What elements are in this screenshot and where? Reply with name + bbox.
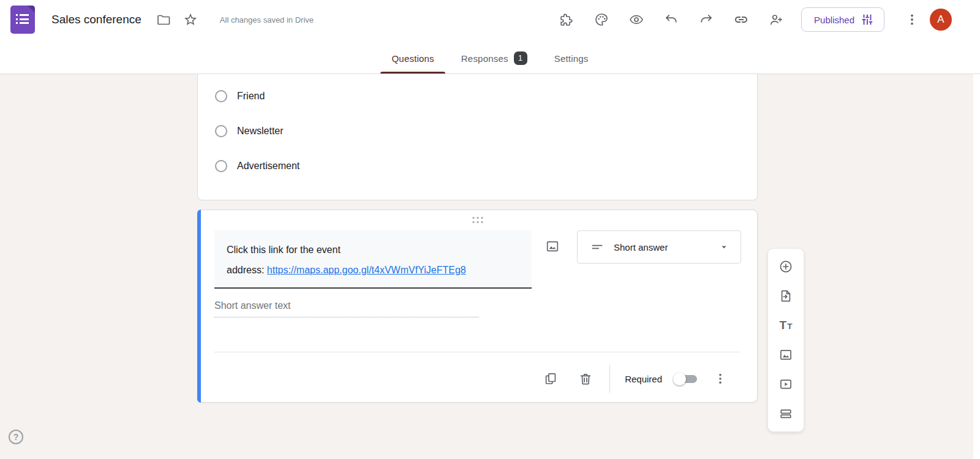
palette-icon <box>594 12 609 27</box>
selected-indicator-bar <box>197 210 201 403</box>
duplicate-icon <box>543 371 558 386</box>
question-card-options[interactable]: Friend Newsletter Advertisement <box>197 74 758 200</box>
kebab-menu-icon <box>905 12 919 27</box>
add-title-icon: TT <box>780 319 793 332</box>
logo-fold <box>28 6 35 13</box>
copy-responder-link-button[interactable] <box>734 12 748 27</box>
preview-eye-icon <box>629 12 644 27</box>
add-ons-button[interactable] <box>559 12 574 27</box>
customize-theme-button[interactable] <box>594 12 609 27</box>
logo-list-glyph <box>16 14 29 26</box>
question-title-line2-prefix: address: <box>227 265 267 275</box>
add-title-button[interactable]: TT <box>768 311 804 340</box>
duplicate-question-button[interactable] <box>543 371 558 386</box>
chevron-down-icon <box>718 241 729 252</box>
radio-icon[interactable] <box>215 160 227 172</box>
tab-questions-label: Questions <box>391 53 434 64</box>
published-label: Published <box>814 15 854 25</box>
option-row: Friend <box>215 88 265 104</box>
tab-responses[interactable]: Responses 1 <box>450 43 538 74</box>
option-row: Newsletter <box>215 123 284 139</box>
redo-icon <box>699 12 714 27</box>
delete-question-button[interactable] <box>578 371 593 386</box>
add-video-icon <box>778 377 793 392</box>
form-title[interactable]: Sales conference <box>51 13 141 26</box>
drag-handle[interactable] <box>472 217 483 223</box>
copy-link-icon <box>734 12 748 27</box>
import-questions-icon <box>778 289 793 303</box>
star-button[interactable] <box>183 12 198 27</box>
image-icon <box>545 239 560 254</box>
extensions-icon <box>559 12 574 27</box>
more-options-button[interactable] <box>905 12 919 27</box>
add-section-icon <box>778 406 793 421</box>
top-bar: Sales conference All changes saved in Dr… <box>0 0 980 39</box>
preview-button[interactable] <box>629 12 644 27</box>
move-to-folder-button[interactable] <box>156 12 171 27</box>
option-label[interactable]: Newsletter <box>237 126 284 137</box>
question-more-options-button[interactable] <box>713 371 728 386</box>
question-type-select[interactable]: Short answer <box>577 230 741 264</box>
card-footer-toolbar: Required <box>543 365 728 393</box>
published-button[interactable]: Published <box>801 7 884 32</box>
add-question-button[interactable] <box>768 252 804 281</box>
folder-icon <box>156 12 171 27</box>
undo-button[interactable] <box>664 12 679 27</box>
share-button[interactable] <box>769 12 783 27</box>
help-icon: ? <box>13 432 19 442</box>
responses-count-badge: 1 <box>514 51 527 65</box>
required-toggle[interactable] <box>673 373 698 385</box>
trash-icon <box>578 371 593 386</box>
help-button[interactable]: ? <box>9 430 23 444</box>
card-divider <box>214 352 740 352</box>
option-row: Advertisement <box>215 158 300 174</box>
undo-icon <box>664 12 679 27</box>
question-title-input[interactable]: Click this link for the event address: h… <box>214 230 532 289</box>
option-label[interactable]: Friend <box>237 91 265 102</box>
save-status[interactable]: All changes saved in Drive <box>220 15 314 25</box>
add-image-to-question-button[interactable] <box>545 239 560 254</box>
question-card-selected[interactable]: Click this link for the event address: h… <box>197 210 758 403</box>
short-answer-icon <box>590 240 604 254</box>
short-answer-field[interactable]: Short answer text <box>214 300 479 317</box>
account-avatar[interactable]: A <box>930 9 952 31</box>
radio-icon[interactable] <box>215 90 227 102</box>
header-actions: Published A <box>539 7 952 32</box>
tab-settings[interactable]: Settings <box>543 43 600 74</box>
radio-icon[interactable] <box>215 125 227 137</box>
tab-bar: Questions Responses 1 Settings <box>0 43 980 74</box>
footer-divider <box>609 365 610 393</box>
redo-button[interactable] <box>699 12 714 27</box>
question-title-link[interactable]: https://maps.app.goo.gl/t4xVWmVfYiJeFTEg… <box>267 265 466 275</box>
required-label: Required <box>625 374 662 384</box>
add-question-icon <box>778 259 793 274</box>
add-image-button[interactable] <box>768 340 804 370</box>
tune-icon <box>861 13 874 26</box>
floating-action-toolbar: TT <box>767 248 804 432</box>
add-video-button[interactable] <box>768 370 804 399</box>
question-type-value: Short answer <box>614 242 718 252</box>
add-image-icon <box>778 347 793 362</box>
question-title-line1: Click this link for the event <box>227 245 341 255</box>
import-questions-button[interactable] <box>768 281 804 311</box>
app-header: Sales conference All changes saved in Dr… <box>0 0 980 74</box>
kebab-menu-icon <box>713 371 728 386</box>
toggle-knob <box>673 373 686 385</box>
option-label[interactable]: Advertisement <box>237 161 300 172</box>
tab-questions[interactable]: Questions <box>380 43 445 74</box>
tab-settings-label: Settings <box>554 53 589 64</box>
short-answer-placeholder: Short answer text <box>214 300 291 311</box>
scrollbar-track[interactable] <box>973 74 980 459</box>
star-icon <box>183 12 198 27</box>
person-add-icon <box>769 12 783 27</box>
forms-logo-icon[interactable] <box>10 6 35 34</box>
add-section-button[interactable] <box>768 399 804 428</box>
tab-responses-label: Responses <box>461 53 508 64</box>
